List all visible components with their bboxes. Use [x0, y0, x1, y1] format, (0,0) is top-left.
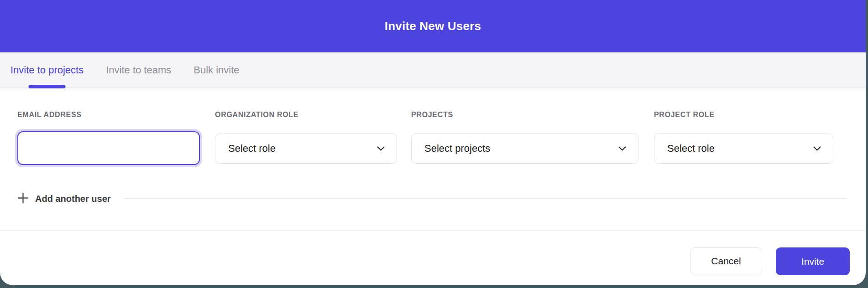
tab-invite-to-teams[interactable]: Invite to teams — [106, 52, 171, 87]
organization-role-field-group: ORGANIZATION ROLE Select role — [215, 111, 397, 164]
select-value: Select projects — [424, 143, 490, 154]
tab-bar: Invite to projects Invite to teams Bulk … — [0, 52, 866, 88]
invite-button[interactable]: Invite — [776, 247, 850, 275]
chevron-down-icon — [813, 146, 821, 151]
tab-invite-to-projects[interactable]: Invite to projects — [10, 52, 84, 87]
invite-users-dialog: Invite New Users Invite to projects Invi… — [0, 0, 866, 285]
add-another-user-row: Add another user — [17, 192, 847, 205]
row-divider — [124, 198, 847, 199]
dialog-footer: Cancel Invite — [0, 231, 866, 275]
dialog-title: Invite New Users — [385, 19, 481, 33]
add-another-user-label: Add another user — [35, 194, 111, 204]
project-role-field-group: PROJECT ROLE Select role — [654, 111, 833, 164]
select-value: Select role — [667, 143, 715, 154]
chevron-down-icon — [618, 146, 626, 151]
add-another-user-button[interactable]: Add another user — [17, 192, 111, 205]
tab-label: Invite to teams — [106, 64, 171, 76]
projects-label: PROJECTS — [411, 111, 638, 119]
projects-select[interactable]: Select projects — [411, 134, 638, 164]
organization-role-select[interactable]: Select role — [215, 134, 397, 164]
email-field-group: EMAIL ADDRESS — [17, 111, 200, 165]
select-value: Select role — [228, 143, 276, 154]
project-role-select[interactable]: Select role — [654, 134, 833, 164]
tab-label: Invite to projects — [10, 64, 84, 76]
projects-field-group: PROJECTS Select projects — [411, 111, 638, 164]
dialog-header: Invite New Users — [0, 0, 866, 52]
tab-bulk-invite[interactable]: Bulk invite — [193, 52, 239, 87]
project-role-label: PROJECT ROLE — [654, 111, 833, 119]
chevron-down-icon — [377, 146, 385, 151]
email-address-label: EMAIL ADDRESS — [17, 111, 200, 119]
tab-label: Bulk invite — [193, 64, 239, 76]
plus-icon — [17, 192, 29, 205]
organization-role-label: ORGANIZATION ROLE — [215, 111, 397, 119]
email-address-input[interactable] — [17, 131, 200, 165]
invite-form-row: EMAIL ADDRESS ORGANIZATION ROLE Select r… — [0, 111, 866, 165]
cancel-button[interactable]: Cancel — [690, 247, 762, 274]
active-tab-indicator — [29, 85, 66, 88]
